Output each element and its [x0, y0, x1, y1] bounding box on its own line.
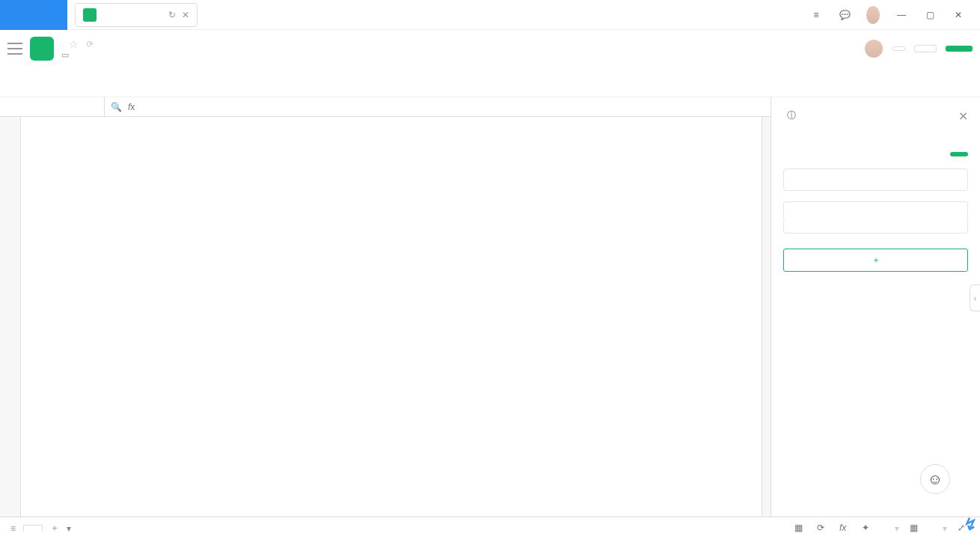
area-permission-panel: ⓘ ✕ ＋: [771, 97, 980, 517]
history-button[interactable]: [892, 46, 905, 51]
maximize-icon[interactable]: ▢: [923, 10, 937, 20]
grid-body[interactable]: [21, 117, 762, 517]
panel-title: ⓘ: [783, 109, 968, 122]
refresh-status-icon[interactable]: ⟳: [817, 523, 829, 535]
header-right-controls: [865, 40, 973, 58]
grid-mode-icon[interactable]: ▦: [794, 523, 806, 535]
document-tab[interactable]: ↻ ✕: [75, 3, 197, 27]
share-button[interactable]: [946, 46, 973, 52]
rest-area-note: [783, 168, 968, 191]
wps-open-button[interactable]: [914, 45, 937, 52]
title-bar: ↻ ✕ ≡ 💬 — ▢ ✕: [0, 0, 980, 30]
zoom-icon[interactable]: 🔍: [111, 102, 122, 112]
plus-icon: ＋: [872, 255, 881, 265]
status-bar: ≡ ＋ ▾ ▦ ⟳ fx ✦ ▾ ▦ ▾ ⤢: [0, 517, 980, 539]
permission-users: [783, 220, 968, 234]
formula-tools: 🔍 fx: [105, 102, 141, 112]
plugin-icon[interactable]: ✦: [862, 523, 874, 535]
sheet-menu-icon[interactable]: ▾: [67, 523, 71, 534]
range-label[interactable]: [783, 201, 968, 220]
formula-bar: 🔍 fx: [0, 97, 771, 117]
doc-meta: ☆ ⟳ ▭: [61, 38, 94, 60]
sheet-list-icon[interactable]: ≡: [10, 523, 16, 534]
folder-icon: ▭: [61, 50, 69, 60]
close-tab-icon[interactable]: ✕: [182, 10, 189, 20]
home-tab[interactable]: [0, 0, 67, 30]
collapse-panel-icon[interactable]: ‹: [970, 284, 980, 311]
sheet-area: 🔍 fx: [0, 97, 771, 517]
sub-toolbar: [0, 67, 980, 97]
name-box[interactable]: [0, 97, 105, 116]
add-editable-area-button[interactable]: ＋: [783, 249, 968, 272]
user-avatar[interactable]: [866, 6, 880, 24]
app-logo-icon: [30, 37, 54, 61]
chat-icon[interactable]: 💬: [838, 10, 851, 20]
formula-status-icon[interactable]: fx: [839, 523, 851, 535]
panel-close-icon[interactable]: ✕: [958, 109, 968, 124]
sheet-tabs: ＋ ▾: [23, 522, 71, 535]
row-headers: [0, 117, 21, 517]
hamburger-icon[interactable]: [7, 43, 22, 55]
collaborator-avatar[interactable]: [865, 40, 883, 58]
refresh-icon[interactable]: ↻: [168, 10, 176, 20]
add-sheet-icon[interactable]: ＋: [50, 522, 59, 535]
assistant-bubble-icon[interactable]: ☺: [920, 464, 950, 494]
cloud-icon[interactable]: ⟳: [86, 39, 94, 49]
fullscreen-icon[interactable]: ⤢: [958, 523, 970, 535]
grid-wrap: [0, 117, 771, 517]
window-controls: ≡ 💬 — ▢ ✕: [809, 6, 980, 24]
view-mode-icon[interactable]: ▦: [910, 523, 922, 535]
star-icon[interactable]: ☆: [69, 38, 79, 50]
spreadsheet-logo-icon: [83, 8, 97, 22]
sheet-tab[interactable]: [23, 525, 43, 532]
vertical-scrollbar[interactable]: [762, 117, 771, 517]
help-icon[interactable]: ⓘ: [787, 109, 796, 122]
doc-header-row: ☆ ⟳ ▭: [0, 30, 980, 67]
fx-icon[interactable]: fx: [128, 102, 135, 112]
enable-button[interactable]: [950, 152, 968, 156]
menu-icon[interactable]: ≡: [809, 10, 823, 20]
close-window-icon[interactable]: ✕: [952, 10, 965, 20]
minimize-icon[interactable]: —: [895, 10, 908, 20]
main-area: 🔍 fx ⓘ ✕ ＋: [0, 97, 980, 517]
